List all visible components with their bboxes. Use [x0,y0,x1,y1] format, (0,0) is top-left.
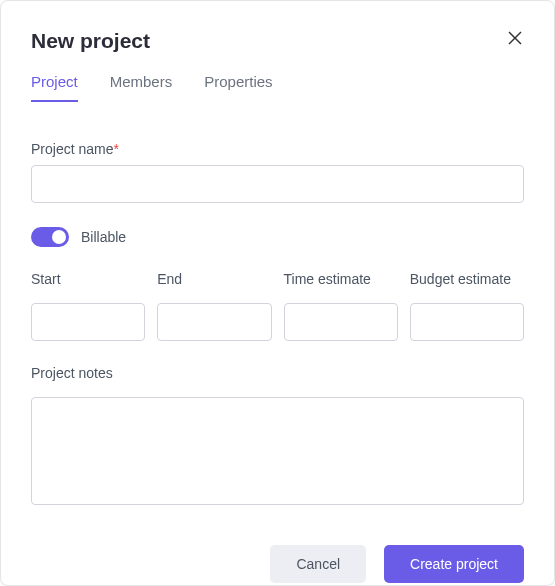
modal-header: New project [31,29,524,53]
create-project-button[interactable]: Create project [384,545,524,583]
required-asterisk: * [113,141,118,157]
notes-label: Project notes [31,365,524,381]
tab-project[interactable]: Project [31,73,78,102]
modal-footer: Cancel Create project [31,545,524,583]
project-name-label-text: Project name [31,141,113,157]
budget-estimate-field: Budget estimate [410,271,524,341]
billable-toggle[interactable] [31,227,69,247]
end-label: End [157,271,271,287]
budget-estimate-label: Budget estimate [410,271,524,287]
close-icon[interactable] [506,29,524,50]
tab-members[interactable]: Members [110,73,173,102]
start-input[interactable] [31,303,145,341]
project-name-label: Project name* [31,141,524,157]
start-label: Start [31,271,145,287]
time-estimate-input[interactable] [284,303,398,341]
billable-row: Billable [31,227,524,247]
tabs: Project Members Properties [31,73,524,103]
new-project-modal: New project Project Members Properties P… [0,0,555,586]
tab-properties[interactable]: Properties [204,73,272,102]
toggle-knob [52,230,66,244]
billable-label: Billable [81,229,126,245]
end-field: End [157,271,271,341]
form: Project name* Billable Start End Time es… [31,141,524,509]
cancel-button[interactable]: Cancel [270,545,366,583]
estimates-row: Start End Time estimate Budget estimate [31,271,524,341]
time-estimate-label: Time estimate [284,271,398,287]
notes-textarea[interactable] [31,397,524,505]
notes-section: Project notes [31,365,524,509]
modal-title: New project [31,29,150,53]
budget-estimate-input[interactable] [410,303,524,341]
time-estimate-field: Time estimate [284,271,398,341]
end-input[interactable] [157,303,271,341]
project-name-input[interactable] [31,165,524,203]
start-field: Start [31,271,145,341]
